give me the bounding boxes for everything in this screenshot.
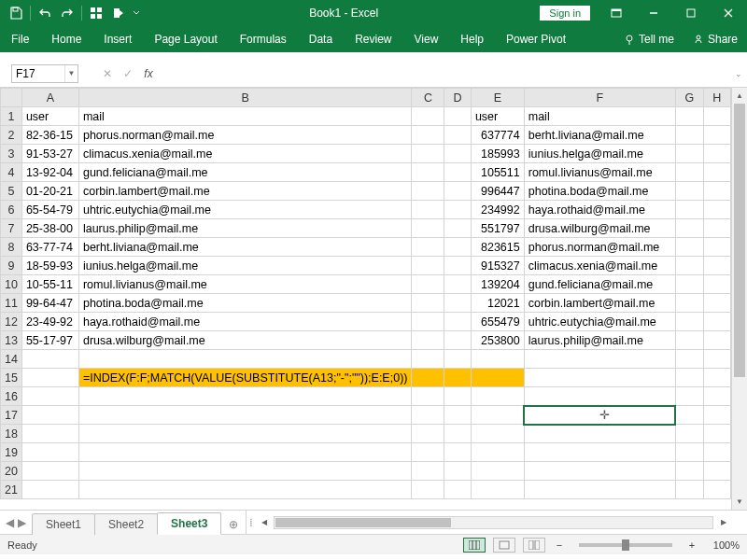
cell-H6[interactable]	[703, 201, 730, 219]
cell-G2[interactable]	[675, 126, 703, 145]
tell-me[interactable]: Tell me	[614, 26, 684, 52]
scroll-right-icon[interactable]: ▶	[715, 514, 731, 530]
cell-D1[interactable]	[444, 107, 471, 126]
cell-C4[interactable]	[412, 163, 444, 182]
sheet-tab-sheet3[interactable]: Sheet3	[157, 512, 221, 535]
cell-A19[interactable]	[21, 443, 78, 462]
cell-D12[interactable]	[444, 313, 471, 331]
cell-D19[interactable]	[444, 443, 471, 462]
cell-C9[interactable]	[412, 257, 444, 275]
cell-H4[interactable]	[703, 163, 730, 182]
col-header-C[interactable]: C	[412, 89, 444, 107]
cell-B12[interactable]: haya.rothaid@mail.me	[78, 313, 412, 331]
cell-A20[interactable]	[21, 462, 78, 481]
cell-F20[interactable]	[524, 462, 675, 481]
cell-B7[interactable]: laurus.philip@mail.me	[78, 219, 412, 238]
cell-B8[interactable]: berht.liviana@mail.me	[78, 238, 412, 257]
cell-H18[interactable]	[703, 425, 730, 443]
cell-A7[interactable]: 25-38-00	[21, 219, 78, 238]
col-header-A[interactable]: A	[21, 89, 78, 107]
cell-A15[interactable]	[21, 369, 78, 387]
cell-D3[interactable]	[444, 145, 471, 163]
cell-C14[interactable]	[412, 350, 444, 369]
cell-G10[interactable]	[675, 275, 703, 294]
cell-G9[interactable]	[675, 257, 703, 275]
cell-D11[interactable]	[444, 294, 471, 313]
cell-G19[interactable]	[675, 443, 703, 462]
cell-C15[interactable]	[412, 369, 444, 387]
cell-A3[interactable]: 91-53-27	[21, 145, 78, 163]
cell-A12[interactable]: 23-49-92	[21, 313, 78, 331]
cell-E14[interactable]	[471, 350, 524, 369]
cell-D16[interactable]	[444, 387, 471, 406]
row-header-20[interactable]: 20	[1, 462, 22, 481]
view-page-layout-icon[interactable]	[493, 538, 515, 553]
cell-G21[interactable]	[675, 481, 703, 499]
cell-A13[interactable]: 55-17-97	[21, 331, 78, 350]
cell-B21[interactable]	[78, 481, 412, 499]
cell-F14[interactable]	[524, 350, 675, 369]
cell-D10[interactable]	[444, 275, 471, 294]
cell-G20[interactable]	[675, 462, 703, 481]
cell-E4[interactable]: 105511	[471, 163, 524, 182]
cell-H12[interactable]	[703, 313, 730, 331]
cell-C19[interactable]	[412, 443, 444, 462]
cell-F4[interactable]: romul.livianus@mail.me	[524, 163, 675, 182]
cell-C11[interactable]	[412, 294, 444, 313]
cell-F17[interactable]: ✛	[524, 406, 675, 425]
cell-C21[interactable]	[412, 481, 444, 499]
scroll-up-icon[interactable]: ▲	[732, 88, 747, 104]
scroll-down-icon[interactable]: ▼	[732, 494, 747, 510]
qat-icon-2[interactable]	[108, 3, 129, 23]
spreadsheet-grid[interactable]: ABCDEFGH1usermailusermail282-36-15phorus…	[0, 88, 731, 499]
undo-icon[interactable]	[35, 3, 55, 23]
cell-G15[interactable]	[675, 369, 703, 387]
zoom-in-icon[interactable]: +	[685, 539, 698, 551]
save-icon[interactable]	[6, 3, 26, 23]
cell-D18[interactable]	[444, 425, 471, 443]
cell-E1[interactable]: user	[471, 107, 524, 126]
tab-data[interactable]: Data	[298, 26, 344, 52]
cell-B10[interactable]: romul.livianus@mail.me	[78, 275, 412, 294]
row-header-13[interactable]: 13	[1, 331, 22, 350]
cell-H19[interactable]	[703, 443, 730, 462]
cell-B15[interactable]: =INDEX(F:F;MATCH(VALUE(SUBSTITUTE(A13;"-…	[78, 369, 412, 387]
cell-B20[interactable]	[78, 462, 412, 481]
cell-B1[interactable]: mail	[78, 107, 412, 126]
cell-C12[interactable]	[412, 313, 444, 331]
tab-insert[interactable]: Insert	[92, 26, 143, 52]
cell-F2[interactable]: berht.liviana@mail.me	[524, 126, 675, 145]
cell-G7[interactable]	[675, 219, 703, 238]
cell-B19[interactable]	[78, 443, 412, 462]
cell-B3[interactable]: climacus.xenia@mail.me	[78, 145, 412, 163]
col-header-B[interactable]: B	[78, 89, 412, 107]
cell-D15[interactable]	[444, 369, 471, 387]
col-header-H[interactable]: H	[703, 89, 730, 107]
view-page-break-icon[interactable]	[523, 538, 545, 553]
cell-E13[interactable]: 253800	[471, 331, 524, 350]
cell-C7[interactable]	[412, 219, 444, 238]
qat-dropdown-icon[interactable]	[131, 3, 142, 23]
cell-D5[interactable]	[444, 182, 471, 201]
cell-F10[interactable]: gund.feliciana@mail.me	[524, 275, 675, 294]
row-header-21[interactable]: 21	[1, 481, 22, 499]
row-header-8[interactable]: 8	[1, 238, 22, 257]
cell-D13[interactable]	[444, 331, 471, 350]
cell-B11[interactable]: photina.boda@mail.me	[78, 294, 412, 313]
cell-A2[interactable]: 82-36-15	[21, 126, 78, 145]
cell-A8[interactable]: 63-77-74	[21, 238, 78, 257]
sheet-tab-sheet2[interactable]: Sheet2	[94, 513, 158, 535]
select-all-cell[interactable]	[1, 89, 22, 107]
tab-formulas[interactable]: Formulas	[229, 26, 298, 52]
cell-F12[interactable]: uhtric.eutychia@mail.me	[524, 313, 675, 331]
tab-help[interactable]: Help	[449, 26, 495, 52]
cell-C1[interactable]	[412, 107, 444, 126]
signin-button[interactable]: Sign in	[540, 6, 590, 21]
cell-G16[interactable]	[675, 387, 703, 406]
formula-bar-expand-icon[interactable]: ⌄	[730, 69, 747, 78]
redo-icon[interactable]	[57, 3, 78, 23]
cell-F7[interactable]: drusa.wilburg@mail.me	[524, 219, 675, 238]
cell-G8[interactable]	[675, 238, 703, 257]
zoom-out-icon[interactable]: −	[553, 539, 566, 551]
cell-D20[interactable]	[444, 462, 471, 481]
